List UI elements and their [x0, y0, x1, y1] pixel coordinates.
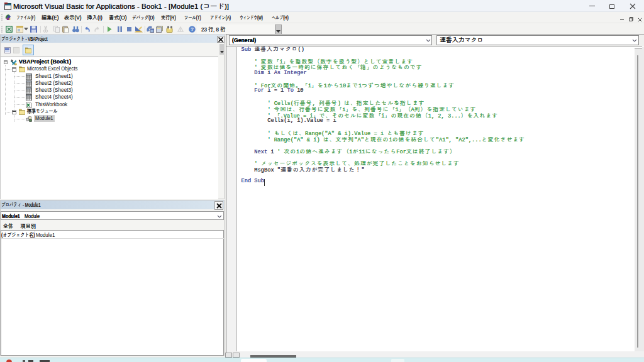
svg-text:?: ? — [191, 26, 194, 32]
